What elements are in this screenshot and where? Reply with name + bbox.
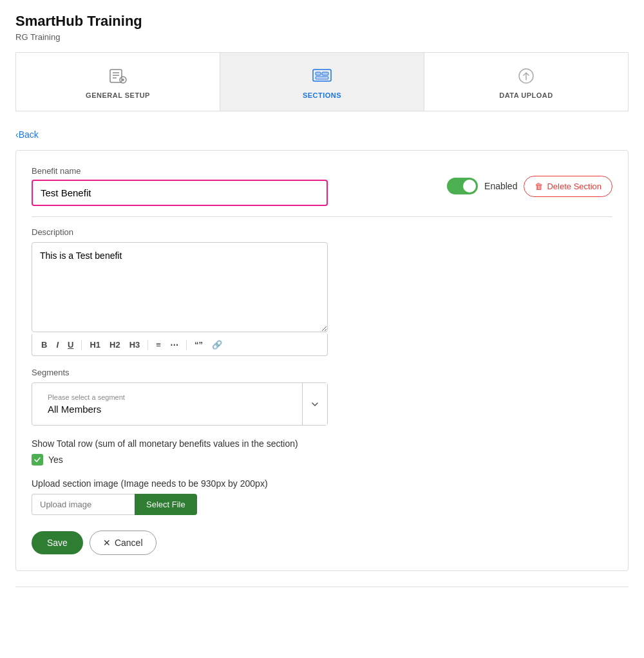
segments-dropdown-arrow[interactable] [302, 383, 327, 425]
checkbox-row: Yes [32, 454, 612, 465]
cancel-button[interactable]: ✕ Cancel [90, 531, 156, 555]
show-total-label: Show Total row (sum of all monetary bene… [32, 438, 612, 449]
h2-button[interactable]: H2 [106, 338, 124, 352]
cancel-x-icon: ✕ [103, 538, 111, 548]
delete-btn-label: Delete Section [547, 182, 601, 191]
toolbar-separator-3 [186, 340, 187, 350]
benefit-name-section: Benefit name [32, 166, 328, 206]
h3-button[interactable]: H3 [126, 338, 144, 352]
h1-button[interactable]: H1 [86, 338, 104, 352]
svg-rect-8 [316, 72, 321, 75]
editor-toolbar: B I U H1 H2 H3 ≡ ⋯ “” 🔗 [32, 334, 328, 356]
segments-placeholder: Please select a segment [40, 388, 294, 402]
tab-data-upload-label: DATA UPLOAD [499, 91, 553, 99]
show-total-yes-label: Yes [48, 455, 63, 465]
select-file-button[interactable]: Select File [135, 494, 197, 515]
benefit-name-label: Benefit name [32, 166, 328, 176]
action-row: Save ✕ Cancel [32, 531, 612, 555]
form-header: Benefit name Enabled 🗑 Delete Section [32, 166, 612, 206]
upload-image-input[interactable] [32, 494, 135, 515]
segments-value: All Members [40, 402, 294, 420]
tab-general-setup-label: GENERAL SETUP [86, 91, 150, 99]
chevron-down-icon [310, 400, 319, 409]
segments-select-text: Please select a segment All Members [32, 383, 302, 425]
divider-1 [32, 216, 612, 217]
blockquote-button[interactable]: “” [191, 338, 207, 352]
show-total-checkbox[interactable] [32, 454, 43, 465]
checkmark-icon [33, 456, 41, 464]
description-section: Description This is a Test benefit B I U… [32, 227, 612, 356]
unordered-list-button[interactable]: ≡ [152, 338, 165, 352]
sections-icon [310, 64, 334, 88]
tab-general-setup[interactable]: GENERAL SETUP [16, 53, 220, 111]
italic-button[interactable]: I [52, 338, 62, 352]
ordered-list-button[interactable]: ⋯ [166, 338, 182, 352]
benefit-name-input[interactable] [32, 180, 328, 206]
back-link[interactable]: ‹ Back [15, 117, 39, 150]
tab-data-upload[interactable]: DATA UPLOAD [424, 53, 628, 111]
form-card: Benefit name Enabled 🗑 Delete Section [15, 150, 629, 571]
bold-button[interactable]: B [37, 338, 51, 352]
toggle-slider [447, 178, 478, 194]
bottom-border [15, 587, 629, 587]
upload-label: Upload section image (Image needs to be … [32, 478, 612, 489]
tab-sections[interactable]: SECTIONS [220, 53, 424, 111]
general-setup-icon [106, 64, 129, 88]
segments-label: Segments [32, 368, 612, 377]
upload-section: Upload section image (Image needs to be … [32, 478, 612, 515]
toggle-area: Enabled 🗑 Delete Section [447, 176, 612, 197]
enabled-toggle[interactable] [447, 178, 478, 194]
delete-section-button[interactable]: 🗑 Delete Section [524, 176, 612, 197]
underline-button[interactable]: U [64, 338, 77, 352]
data-upload-icon [515, 64, 538, 88]
page-title: SmartHub Training [15, 13, 629, 30]
enabled-label: Enabled [484, 181, 517, 191]
save-button[interactable]: Save [32, 531, 83, 554]
description-textarea[interactable]: This is a Test benefit [32, 242, 328, 332]
link-button[interactable]: 🔗 [208, 338, 226, 352]
segments-select-wrapper: Please select a segment All Members [32, 382, 328, 426]
cancel-btn-label: Cancel [115, 538, 143, 548]
svg-rect-10 [322, 72, 328, 75]
page-subtitle: RG Training [15, 32, 629, 42]
svg-rect-12 [316, 77, 328, 79]
trash-icon: 🗑 [535, 182, 543, 191]
tabs-bar: GENERAL SETUP SECTIONS [15, 52, 629, 111]
tab-sections-label: SECTIONS [303, 91, 341, 99]
upload-row: Select File [32, 494, 612, 515]
toolbar-separator-1 [81, 340, 82, 350]
back-link-label: Back [19, 129, 39, 140]
segments-section: Segments Please select a segment All Mem… [32, 368, 612, 426]
description-label: Description [32, 227, 612, 237]
toolbar-separator-2 [147, 340, 148, 350]
show-total-section: Show Total row (sum of all monetary bene… [32, 438, 612, 465]
